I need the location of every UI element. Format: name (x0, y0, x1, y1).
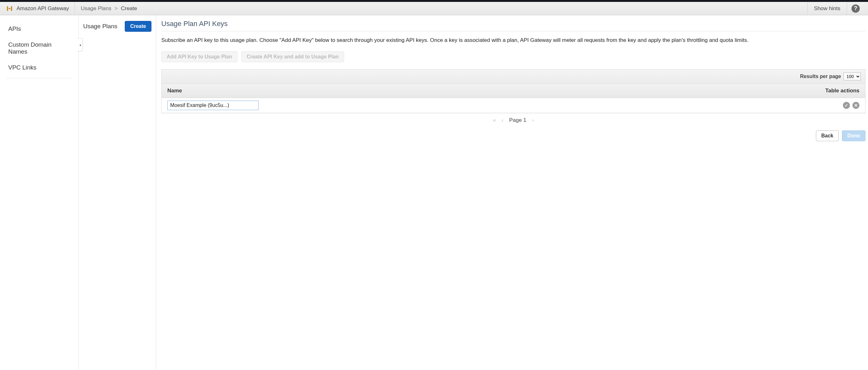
confirm-icon[interactable]: ✓ (843, 102, 850, 109)
show-hints-button[interactable]: Show hints (807, 2, 847, 15)
cancel-icon[interactable]: ✕ (852, 102, 860, 109)
usage-plans-title: Usage Plans (83, 23, 118, 30)
key-action-row: Add API Key to Usage Plan Create API Key… (161, 52, 865, 62)
pager-prev-icon[interactable]: ‹ (502, 117, 503, 124)
sidebar: APIs Custom Domain Names VPC Links ◂ (0, 15, 79, 370)
sidebar-divider (6, 78, 72, 78)
table-toolbar: Results per page 100 (162, 69, 865, 84)
col-header-actions: Table actions (814, 84, 865, 98)
back-button[interactable]: Back (816, 130, 839, 141)
pager: « ‹ Page 1 › (161, 113, 865, 127)
svg-rect-0 (7, 6, 8, 11)
breadcrumb-separator: > (115, 5, 118, 12)
sidebar-item-vpc-links[interactable]: VPC Links (0, 60, 79, 75)
table-header-row: Name Table actions (162, 84, 865, 98)
cell-name (167, 101, 809, 110)
service-name: Amazon API Gateway (17, 5, 69, 12)
page-description: Subscribe an API key to this usage plan.… (161, 36, 865, 44)
add-api-key-button[interactable]: Add API Key to Usage Plan (161, 52, 238, 62)
help-icon[interactable]: ? (851, 4, 860, 13)
api-gateway-icon (6, 5, 13, 12)
col-header-name: Name (162, 84, 814, 98)
results-per-page-select[interactable]: 100 (843, 73, 861, 80)
usage-plans-header: Usage Plans Create (83, 21, 151, 32)
create-api-key-button[interactable]: Create API Key and add to Usage Plan (241, 52, 344, 62)
sidebar-item-apis[interactable]: APIs (0, 21, 79, 37)
top-bar: Amazon API Gateway Usage Plans > Create … (0, 0, 868, 15)
svg-rect-2 (8, 8, 10, 9)
results-per-page-label: Results per page (800, 74, 841, 79)
content-panel: Usage Plan API Keys Subscribe an API key… (156, 15, 868, 370)
page-title: Usage Plan API Keys (161, 20, 865, 28)
breadcrumb: Usage Plans > Create (75, 5, 143, 12)
cell-actions: ✓ ✕ (809, 102, 860, 109)
wizard-footer: Back Done (161, 127, 865, 141)
breadcrumb-item-usage-plans[interactable]: Usage Plans (81, 5, 111, 12)
pager-first-icon[interactable]: « (493, 117, 496, 124)
service-block[interactable]: Amazon API Gateway (0, 2, 75, 15)
table-row: ✓ ✕ (162, 98, 865, 113)
pager-label: Page 1 (509, 117, 526, 124)
api-key-name-input[interactable] (167, 101, 259, 110)
pager-next-icon[interactable]: › (532, 117, 534, 124)
main-layout: APIs Custom Domain Names VPC Links ◂ Usa… (0, 15, 868, 370)
breadcrumb-item-create: Create (121, 5, 137, 12)
svg-rect-1 (11, 6, 12, 11)
done-button[interactable]: Done (842, 130, 865, 141)
create-usage-plan-button[interactable]: Create (125, 21, 151, 32)
sidebar-collapse-handle[interactable]: ◂ (78, 38, 83, 52)
api-keys-table: Results per page 100 Name Table actions … (161, 69, 865, 113)
usage-plans-column: Usage Plans Create (79, 15, 156, 370)
title-divider (161, 31, 865, 31)
sidebar-item-custom-domain-names[interactable]: Custom Domain Names (0, 37, 79, 60)
